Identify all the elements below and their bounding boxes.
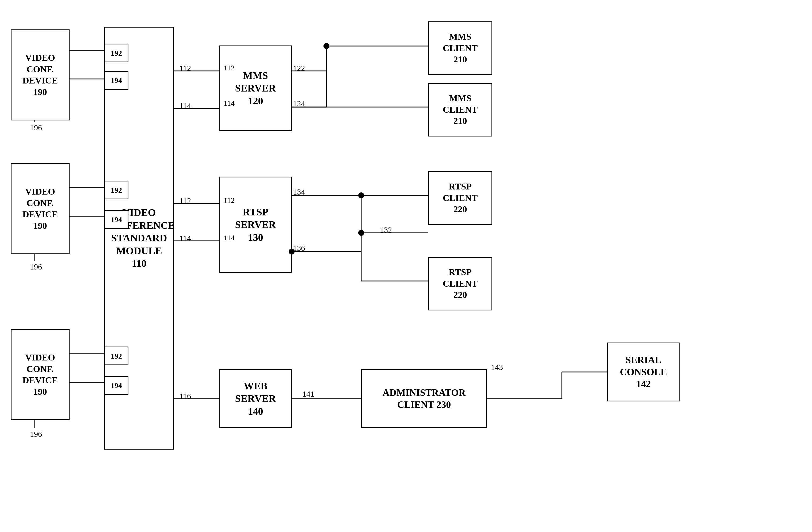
label-134: 134 [293, 187, 305, 197]
video-device-2: VIDEOCONF.DEVICE190 [11, 163, 70, 254]
port-194-2: 194 [104, 210, 128, 229]
port-194-1: 194 [104, 71, 128, 90]
label-mms-112: 112 [224, 64, 235, 72]
video-device-1: VIDEOCONF.DEVICE190 [11, 29, 70, 120]
label-141: 141 [302, 389, 314, 399]
mms-server: MMSSERVER120 [219, 45, 292, 131]
label-122: 122 [293, 64, 305, 73]
label-124: 124 [293, 99, 305, 108]
rtsp-dot-3 [289, 249, 294, 255]
port-194-3: 194 [104, 376, 128, 395]
label-196-3: 196 [30, 430, 42, 438]
label-rtsp-114: 114 [224, 234, 235, 242]
web-server: WEBSERVER140 [219, 369, 292, 428]
serial-console: SERIALCONSOLE142 [607, 343, 680, 401]
port-192-1: 192 [104, 44, 128, 62]
label-143: 143 [491, 363, 503, 372]
mms-junction-dot [323, 43, 329, 49]
label-rtsp-112: 112 [224, 196, 235, 205]
label-112-1: 112 [179, 64, 191, 73]
mms-client-2: MMSCLIENT210 [428, 83, 492, 136]
rtsp-server: RTSPSERVER130 [219, 177, 292, 273]
admin-client: ADMINISTRATORCLIENT 230 [361, 369, 487, 428]
label-112-2: 112 [179, 196, 191, 205]
label-196-1: 196 [30, 123, 42, 132]
rtsp-dot-1 [358, 192, 364, 198]
rtsp-client-1: RTSPCLIENT220 [428, 171, 492, 225]
video-device-3: VIDEOCONF.DEVICE190 [11, 329, 70, 420]
rtsp-client-2: RTSPCLIENT220 [428, 257, 492, 311]
rtsp-dot-2 [358, 230, 364, 236]
mms-client-1: MMSCLIENT210 [428, 21, 492, 75]
label-mms-114: 114 [224, 99, 235, 107]
label-136: 136 [293, 244, 305, 253]
label-196-2: 196 [30, 262, 42, 271]
label-132: 132 [380, 225, 392, 234]
port-192-3: 192 [104, 347, 128, 365]
label-114-2: 114 [179, 234, 191, 243]
port-192-2: 192 [104, 181, 128, 199]
label-116: 116 [179, 391, 191, 401]
label-114-1: 114 [179, 101, 191, 110]
